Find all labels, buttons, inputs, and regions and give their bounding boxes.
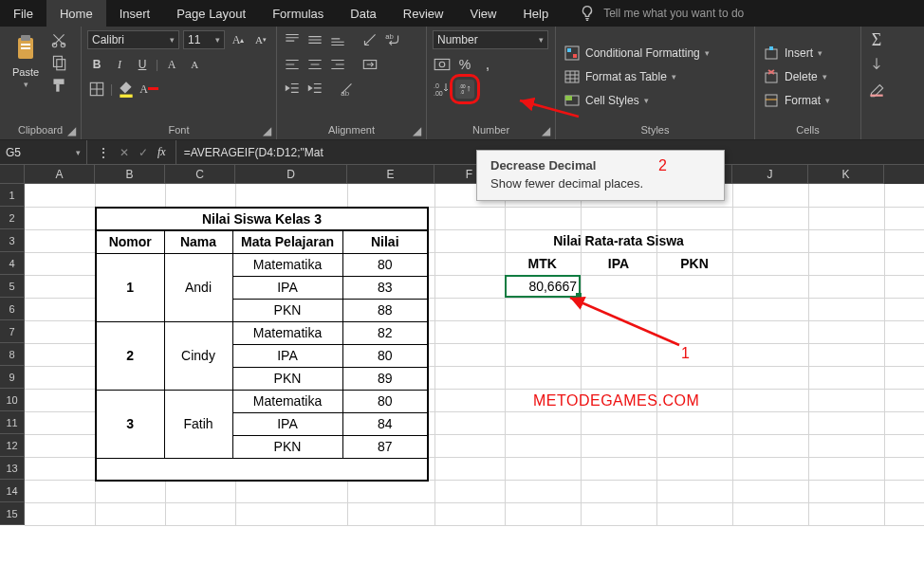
col-header-K[interactable]: K [808, 165, 884, 184]
row-header-15[interactable]: 15 [0, 502, 25, 525]
number-format-select[interactable]: Number▾ [433, 30, 548, 49]
font-grow-icon[interactable]: A [162, 55, 181, 74]
row-header-1[interactable]: 1 [0, 184, 25, 207]
autosum-button[interactable]: Σ [867, 30, 886, 49]
increase-indent-button[interactable] [305, 80, 324, 99]
fill-color-button[interactable] [117, 80, 136, 99]
increase-font-button[interactable]: A▴ [229, 30, 248, 49]
col-header-E[interactable]: E [347, 165, 434, 184]
row-header-4[interactable]: 4 [0, 252, 25, 275]
row-header-13[interactable]: 13 [0, 457, 25, 480]
row-header-14[interactable]: 14 [0, 480, 25, 502]
format-cells-icon [763, 92, 780, 109]
tab-file[interactable]: File [0, 0, 46, 27]
row-header-6[interactable]: 6 [0, 298, 25, 320]
clipboard-launcher[interactable]: ◢ [65, 124, 78, 136]
col-header-J[interactable]: J [732, 165, 808, 184]
enter-formula-button[interactable]: ✓ [139, 146, 148, 159]
align-middle-button[interactable] [305, 30, 324, 49]
row-header-2[interactable]: 2 [0, 207, 25, 229]
col-header-C[interactable]: C [165, 165, 235, 184]
align-center-button[interactable] [305, 55, 324, 74]
row-header-7[interactable]: 7 [0, 320, 25, 343]
svg-text:.00: .00 [434, 90, 443, 97]
tab-help[interactable]: Help [509, 0, 562, 27]
fx-icon[interactable]: fx [157, 145, 166, 159]
decrease-decimal-button[interactable]: .00.0 [455, 80, 474, 99]
tab-insert[interactable]: Insert [106, 0, 164, 27]
comma-style-button[interactable]: , [478, 55, 497, 74]
clear-button[interactable] [867, 80, 886, 99]
font-shrink-icon[interactable]: A [185, 55, 204, 74]
conditional-formatting-button[interactable]: Conditional Formatting▾ [562, 44, 711, 63]
paste-button[interactable]: Paste ▾ [6, 30, 46, 91]
name-box[interactable]: G5▾ [0, 140, 87, 164]
format-cells-button[interactable]: Format▾ [761, 91, 832, 110]
svg-point-16 [439, 62, 445, 67]
fill-button[interactable] [867, 55, 886, 74]
svg-rect-3 [21, 47, 30, 49]
align-bottom-button[interactable] [328, 30, 347, 49]
table-cell-score: 83 [342, 276, 428, 299]
wrap-text-button[interactable]: ab [383, 30, 402, 49]
decrease-indent-button[interactable] [283, 80, 302, 99]
orientation-dropdown[interactable]: ab [338, 80, 357, 99]
row-header-9[interactable]: 9 [0, 366, 25, 389]
tab-review[interactable]: Review [390, 0, 457, 27]
format-painter-button[interactable] [49, 76, 68, 95]
row-header-12[interactable]: 12 [0, 434, 25, 457]
tab-formulas[interactable]: Formulas [259, 0, 337, 27]
col-header-B[interactable]: B [95, 165, 165, 184]
align-right-button[interactable] [328, 55, 347, 74]
table-cell-score: 80 [342, 344, 428, 367]
align-top-button[interactable] [283, 30, 302, 49]
accounting-format-button[interactable] [433, 55, 452, 74]
font-size-select[interactable]: 11▾ [183, 30, 225, 49]
tab-data[interactable]: Data [337, 0, 389, 27]
font-launcher[interactable]: ◢ [261, 124, 273, 136]
font-family-select[interactable]: Calibri▾ [87, 30, 179, 49]
row-header-8[interactable]: 8 [0, 343, 25, 366]
font-color-button[interactable]: A [139, 80, 158, 99]
select-all-corner[interactable] [0, 165, 25, 184]
number-launcher[interactable]: ◢ [540, 124, 552, 136]
decrease-decimal-tooltip: Decrease Decimal Show fewer decimal plac… [476, 150, 725, 201]
tab-view[interactable]: View [456, 0, 509, 27]
align-left-button[interactable] [283, 55, 302, 74]
delete-cells-button[interactable]: Delete▾ [761, 67, 829, 86]
insert-cells-button[interactable]: Insert▾ [761, 44, 824, 63]
bold-button[interactable]: B [87, 55, 106, 74]
percent-style-button[interactable]: % [455, 55, 474, 74]
cells-area[interactable]: Nilai Siswa Kelas 3 Nomor Nama Mata Pela… [25, 184, 924, 525]
data-table: Nilai Siswa Kelas 3 Nomor Nama Mata Pela… [95, 207, 429, 482]
col-header-nilai: Nilai [342, 230, 428, 253]
merge-center-button[interactable] [360, 55, 379, 74]
svg-rect-29 [766, 73, 777, 82]
copy-button[interactable] [49, 53, 68, 72]
tell-me[interactable]: Tell me what you want to do [579, 0, 744, 27]
formula-tools-icon[interactable]: ⋮ [97, 145, 110, 160]
format-as-table-button[interactable]: Format as Table▾ [562, 67, 678, 86]
increase-decimal-button[interactable]: .0.00 [433, 80, 452, 99]
borders-button[interactable] [87, 80, 106, 99]
row-header-10[interactable]: 10 [0, 389, 25, 411]
row-header-5[interactable]: 5 [0, 275, 25, 298]
table-cell-score: 87 [342, 435, 428, 458]
col-header-D[interactable]: D [235, 165, 347, 184]
group-label-cells: Cells [761, 122, 855, 137]
cancel-formula-button[interactable]: ✕ [120, 146, 129, 159]
col-header-A[interactable]: A [25, 165, 95, 184]
row-header-3[interactable]: 3 [0, 229, 25, 252]
row-headers: 123456789101112131415 [0, 184, 25, 525]
cut-button[interactable] [49, 30, 68, 49]
table-cell-subject: IPA [232, 276, 342, 299]
tab-home[interactable]: Home [46, 0, 106, 27]
alignment-launcher[interactable]: ◢ [411, 124, 423, 136]
underline-button[interactable]: U [133, 55, 152, 74]
decrease-font-button[interactable]: A▾ [251, 30, 270, 49]
orientation-button[interactable] [360, 30, 379, 49]
cell-styles-button[interactable]: Cell Styles▾ [562, 91, 651, 110]
row-header-11[interactable]: 11 [0, 411, 25, 434]
tab-page-layout[interactable]: Page Layout [163, 0, 259, 27]
italic-button[interactable]: I [110, 55, 129, 74]
